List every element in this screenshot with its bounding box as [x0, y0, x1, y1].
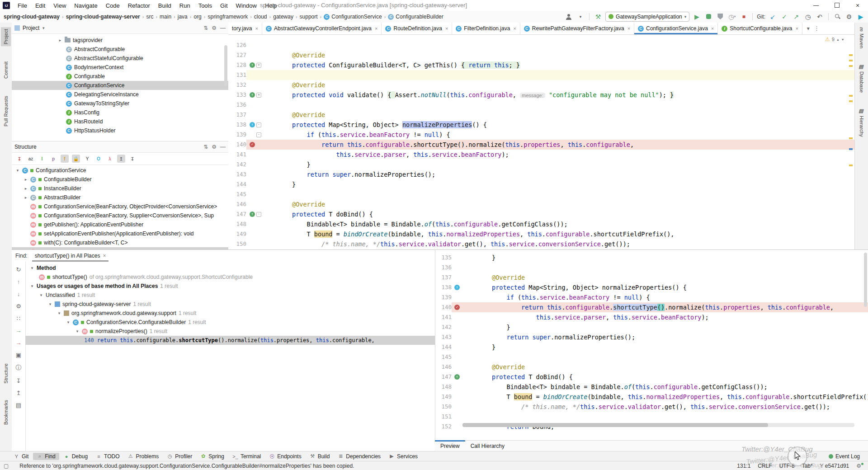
chevron-down-icon[interactable]: ▾: [66, 320, 71, 324]
breadcrumb-item[interactable]: gateway: [273, 14, 293, 20]
rollback-icon[interactable]: ↶: [815, 12, 824, 21]
chevron-right-icon[interactable]: ▸: [24, 195, 28, 200]
structure-tree-item[interactable]: ▾CConfigurationService: [12, 166, 228, 175]
menu-build[interactable]: Build: [154, 0, 175, 11]
breadcrumb-item[interactable]: support: [300, 14, 318, 20]
project-tree-item[interactable]: CAbstractConfigurable: [12, 45, 228, 54]
find-result-row[interactable]: ▾org.springframework.cloud.gateway.suppo…: [25, 309, 435, 318]
next-warning-icon[interactable]: ▼: [841, 38, 844, 41]
group-by-icon[interactable]: ∷: [17, 315, 20, 322]
info-icon[interactable]: ⓘ: [16, 364, 22, 372]
chevron-right-icon[interactable]: ▸: [24, 177, 28, 182]
tab-rewritepathgatewayfilterfactory-java[interactable]: CRewritePathGatewayFilterFactory.java×: [520, 23, 634, 34]
override-method-icon[interactable]: ↑: [250, 92, 255, 98]
tool-window-button-endpoints[interactable]: ⦿Endpoints: [265, 453, 305, 460]
breadcrumb-item[interactable]: spring-cloud-gateway: [4, 14, 60, 20]
profiler-button[interactable]: ◷▾: [727, 12, 736, 21]
close-button[interactable]: ×: [847, 0, 868, 10]
structure-tree-item[interactable]: mwith(C): ConfigurableBuilder<T, C>: [12, 238, 228, 247]
autoscroll-to-source-icon[interactable]: ↥: [117, 155, 125, 163]
expand-all-icon[interactable]: ↧: [16, 377, 21, 384]
show-inherited-icon[interactable]: I: [38, 155, 46, 163]
menu-window[interactable]: Window: [232, 0, 261, 11]
find-result-row[interactable]: ▾spring-cloud-gateway-server 1 result: [25, 300, 435, 309]
open-in-window-icon[interactable]: ▤: [16, 402, 21, 409]
breadcrumb-item[interactable]: CConfigurationService: [324, 14, 382, 20]
line-ending[interactable]: CRLF: [758, 463, 772, 469]
user-icon[interactable]: [564, 12, 573, 21]
menu-run[interactable]: Run: [175, 0, 194, 11]
menu-git[interactable]: Git: [216, 0, 232, 11]
usage-marker-icon[interactable]: ✓: [250, 142, 255, 147]
chevron-down-icon[interactable]: ▾: [15, 168, 20, 173]
ide-feature-icon[interactable]: ▶: [856, 12, 865, 21]
tool-strip-hierarchy[interactable]: ▤Hierarchy: [855, 106, 868, 139]
tool-window-button-problems[interactable]: ⚠Problems: [124, 453, 163, 460]
find-result-row[interactable]: ▾Unclassified 1 result: [25, 291, 435, 300]
override-method-icon[interactable]: ↑: [250, 122, 255, 127]
close-icon[interactable]: ×: [711, 26, 714, 31]
expand-all-icon[interactable]: ⇅: [203, 144, 208, 150]
tool-window-button-dependencies[interactable]: ≣Dependencies: [334, 453, 384, 460]
breadcrumb-item[interactable]: src: [146, 14, 153, 20]
menu-code[interactable]: Code: [102, 0, 124, 11]
tool-window-button-spring[interactable]: ✿Spring: [197, 453, 228, 460]
project-tree-item[interactable]: IHasRouteId: [12, 117, 228, 126]
fold-marker-icon[interactable]: -: [256, 212, 261, 217]
project-tree-item[interactable]: IHasConfig: [12, 108, 228, 117]
breadcrumb-item[interactable]: springframework: [208, 14, 248, 20]
preview-tab-preview[interactable]: Preview: [435, 441, 465, 451]
breadcrumb-item[interactable]: spring-cloud-gateway-server: [66, 14, 140, 20]
git-update-icon[interactable]: ↙: [768, 12, 777, 21]
menu-view[interactable]: View: [49, 0, 70, 11]
select-opened-file-icon[interactable]: ⇅: [203, 25, 208, 31]
chevron-right-icon[interactable]: ▸: [24, 186, 28, 191]
tab-filterdefinition-java[interactable]: CFilterDefinition.java×: [452, 23, 520, 34]
menu-navigate[interactable]: Navigate: [70, 0, 101, 11]
structure-tree-item[interactable]: ▸CConfigurableBuilder: [12, 175, 228, 184]
close-icon[interactable]: ×: [255, 26, 258, 31]
find-result-row[interactable]: ▾Usages or usages of base method in All …: [25, 282, 435, 291]
close-icon[interactable]: ×: [513, 26, 516, 31]
find-result-row[interactable]: ▾Method: [25, 263, 435, 273]
fold-marker-icon[interactable]: -: [256, 122, 261, 127]
breadcrumb-item[interactable]: org: [193, 14, 201, 20]
structure-tree-item[interactable]: ▸CInstanceBuilder: [12, 184, 228, 193]
tab-shortcutconfigurable-java[interactable]: IShortcutConfigurable.java×: [718, 23, 802, 34]
hide-panel-icon[interactable]: —: [220, 25, 226, 31]
close-icon[interactable]: ×: [375, 26, 377, 31]
chevron-down-icon[interactable]: ▾: [39, 293, 43, 297]
collapse-all-icon[interactable]: ↥: [16, 390, 21, 396]
close-icon[interactable]: ×: [795, 26, 798, 31]
tool-window-button-git[interactable]: YGit: [10, 453, 32, 460]
find-result-row[interactable]: 140return this.configurable.shortcutType…: [25, 336, 435, 345]
git-push-icon[interactable]: ↗: [792, 12, 801, 21]
preview-tab-call-hierarchy[interactable]: Call Hierarchy: [465, 441, 510, 451]
prev-warning-icon[interactable]: ▲: [836, 38, 840, 41]
fold-marker-icon[interactable]: +: [256, 63, 261, 68]
previous-occurrence-icon[interactable]: ↑: [17, 278, 20, 285]
vertical-scrollbar[interactable]: [864, 253, 867, 307]
project-tree-item[interactable]: CConfigurationService: [12, 81, 228, 90]
code-editor[interactable]: 126127 @Override128↑+ protected Configur…: [228, 35, 854, 249]
show-non-public-icon[interactable]: 🔒: [72, 155, 80, 163]
history-icon[interactable]: ◷: [803, 12, 812, 21]
show-not-null-icon[interactable]: O: [94, 155, 103, 163]
sort-by-visibility-icon[interactable]: ↧: [15, 155, 24, 163]
event-log-button[interactable]: Event Log: [829, 453, 860, 460]
autoscroll-to-source-icon[interactable]: →: [16, 327, 22, 334]
tool-window-button-debug[interactable]: ●Debug: [60, 453, 91, 460]
git-commit-icon[interactable]: ✓: [780, 12, 789, 21]
find-result-row[interactable]: ▾mnormalizeProperties() 1 result: [25, 327, 435, 336]
project-tree-item[interactable]: CBodyInserterContext: [12, 63, 228, 72]
project-tree-item[interactable]: CAbstractStatefulConfigurable: [12, 54, 228, 63]
hide-panel-icon[interactable]: —: [220, 144, 226, 150]
tool-window-button-find[interactable]: ⌕Find: [33, 453, 59, 460]
chevron-down-icon[interactable]: ▾: [807, 25, 810, 32]
project-tree-item[interactable]: ▸tagsprovider: [12, 36, 228, 45]
settings-gear-icon[interactable]: ⚙: [856, 463, 863, 469]
tool-strip-project[interactable]: Project: [1, 27, 11, 46]
tool-window-button-services[interactable]: ▶Services: [385, 453, 421, 460]
debug-button[interactable]: [704, 12, 713, 21]
tab-tory-java[interactable]: tory.java×: [228, 23, 262, 34]
